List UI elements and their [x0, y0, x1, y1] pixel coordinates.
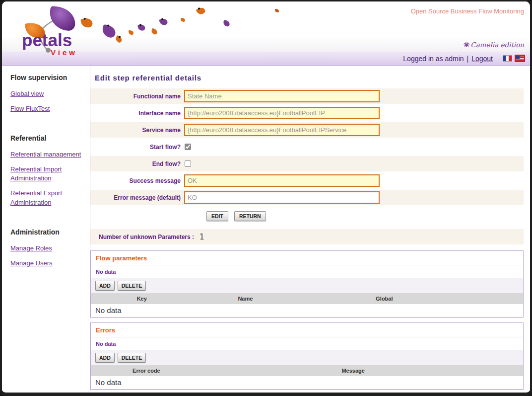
interface-name-label: Interface name [90, 110, 184, 117]
app-window: petals View Open Source Business Flow Mo… [0, 0, 532, 396]
logo-subtitle: View [51, 48, 77, 57]
form-row-end-flow: End flow? [90, 156, 524, 171]
return-button[interactable]: RETURN [234, 211, 266, 221]
error-message-label: Error message (default) [90, 194, 184, 201]
sidebar-item-manage-roles[interactable]: Manage Roles [10, 244, 85, 253]
form-row-functional-name: Functional name [90, 88, 524, 104]
form-actions: EDIT RETURN [206, 211, 524, 221]
form-row-error-message: Error message (default) [90, 190, 524, 205]
edition-badge: ❀Camelia edition [464, 40, 524, 49]
start-flow-label: Start flow? [90, 144, 184, 151]
column-global: Global [298, 296, 470, 302]
service-name-input[interactable] [184, 124, 380, 136]
header: petals View Open Source Business Flow Mo… [2, 1, 530, 52]
interface-name-input[interactable] [184, 107, 380, 119]
end-flow-label: End flow? [90, 160, 184, 167]
petal-shape-icon [223, 20, 230, 27]
success-message-label: Success message [90, 177, 184, 184]
errors-title: Errors [91, 323, 523, 337]
errors-no-data-row: No data [91, 376, 523, 389]
success-message-input[interactable] [184, 174, 380, 187]
column-name: Name [193, 296, 298, 302]
start-flow-checkbox[interactable] [185, 144, 191, 150]
content-area: Flow supervision Global view Flow FluxTe… [2, 66, 530, 393]
flow-parameters-section: Flow parameters No data ADD DELETE Key N… [90, 250, 524, 317]
petal-shape-icon [101, 24, 117, 39]
petal-shape-icon [151, 28, 158, 35]
app-tagline: Open Source Business Flow Monitoring [411, 7, 524, 15]
flow-parameters-table-header: Key Name Global [91, 293, 523, 304]
language-switcher [503, 55, 524, 62]
sidebar-item-referential-import[interactable]: Referential Import Administration [10, 165, 85, 184]
errors-section: Errors No data ADD DELETE Error code Mes… [90, 322, 524, 390]
french-flag-icon[interactable] [503, 55, 512, 62]
errors-table-header: Error code Message [91, 365, 523, 376]
petal-shape-icon [129, 30, 133, 35]
logged-in-text: Logged in as admin [403, 55, 464, 63]
main-panel: Edit step referential details Functional… [90, 66, 530, 393]
flow-parameters-no-data-row: No data [91, 304, 523, 317]
unknown-parameters-value: 1 [200, 233, 204, 241]
flow-parameters-title: Flow parameters [91, 251, 523, 265]
form-row-success-message: Success message [90, 173, 524, 188]
errors-empty-text: No data [91, 337, 523, 350]
logo-title: petals [22, 30, 72, 50]
petal-shape-icon [115, 35, 123, 43]
sidebar-item-referential-export[interactable]: Referential Export Administration [10, 189, 85, 208]
sidebar: Flow supervision Global view Flow FluxTe… [2, 66, 90, 393]
column-message: Message [202, 368, 505, 374]
camelia-flower-icon: ❀ [464, 40, 470, 49]
page-title: Edit step referential details [95, 74, 524, 82]
column-error-code: Error code [91, 368, 202, 374]
petal-shape-icon [181, 18, 185, 22]
column-key: Key [91, 296, 193, 302]
functional-name-input[interactable] [184, 90, 380, 102]
form-row-interface-name: Interface name [90, 105, 524, 121]
form-row-service-name: Service name [90, 122, 524, 138]
sidebar-heading-administration: Administration [10, 228, 90, 236]
sidebar-item-referential-management[interactable]: Referential management [10, 150, 85, 159]
flow-parameters-delete-button[interactable]: DELETE [118, 281, 146, 291]
unknown-parameters-row: Number of unknown Parameters : 1 [90, 229, 524, 244]
flow-parameters-toolbar: ADD DELETE [91, 278, 523, 293]
petal-shape-icon [196, 6, 206, 16]
flow-parameters-empty-text: No data [91, 265, 523, 278]
sidebar-item-manage-users[interactable]: Manage Users [10, 259, 85, 268]
petal-shape-icon [275, 9, 279, 12]
service-name-label: Service name [90, 127, 184, 134]
petals-logo: petals View [22, 5, 91, 53]
petal-shape-icon [137, 24, 145, 31]
petal-shape-icon [159, 17, 168, 26]
error-message-input[interactable] [184, 191, 380, 204]
logout-link[interactable]: Logout [471, 55, 493, 63]
errors-add-button[interactable]: ADD [95, 353, 115, 363]
sidebar-heading-referential: Referential [10, 134, 90, 142]
edit-button[interactable]: EDIT [206, 211, 228, 221]
unknown-parameters-label: Number of unknown Parameters : [90, 234, 194, 240]
flow-parameters-add-button[interactable]: ADD [95, 281, 115, 291]
errors-delete-button[interactable]: DELETE [118, 353, 146, 363]
errors-toolbar: ADD DELETE [91, 350, 523, 365]
end-flow-checkbox[interactable] [185, 160, 191, 167]
sidebar-heading-flow-supervision: Flow supervision [10, 74, 90, 81]
sidebar-item-global-view[interactable]: Global view [10, 89, 85, 99]
form-row-start-flow: Start flow? [90, 139, 524, 155]
user-bar: Logged in as admin | Logout [2, 52, 530, 66]
sidebar-item-flow-fluxtest[interactable]: Flow FluxTest [10, 104, 85, 114]
separator: | [467, 55, 469, 63]
us-flag-icon[interactable] [516, 56, 524, 61]
functional-name-label: Functional name [90, 93, 184, 100]
edition-label: Camelia edition [470, 41, 524, 49]
